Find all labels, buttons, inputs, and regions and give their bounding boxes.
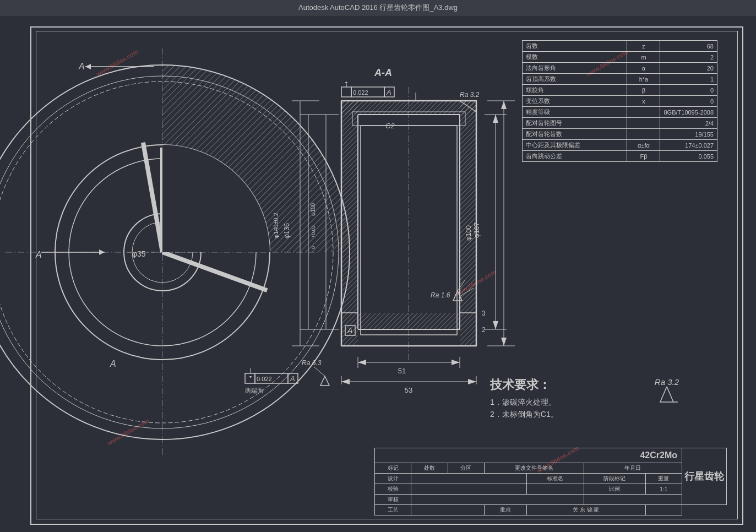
- gear-value: 0.055: [660, 151, 717, 162]
- row-check-empty: [411, 484, 527, 495]
- svg-rect-42: [341, 329, 476, 346]
- svg-text:φ35: φ35: [132, 249, 146, 258]
- svg-marker-20: [85, 64, 91, 69]
- svg-marker-59: [501, 101, 507, 109]
- svg-text:Ra 3.2: Ra 3.2: [460, 91, 480, 99]
- svg-rect-98: [245, 373, 255, 383]
- gear-param: 齿向跳动公差: [523, 151, 627, 162]
- svg-marker-86: [468, 379, 476, 384]
- svg-marker-118: [660, 387, 673, 402]
- gear-param: 齿顶高系数: [523, 74, 627, 85]
- row-process-label: 工艺: [375, 505, 411, 515]
- svg-text:A: A: [290, 374, 295, 383]
- weight-label: 重量: [645, 474, 682, 484]
- material-cell: 42Cr2Mo: [375, 448, 682, 463]
- gear-symbol: α: [627, 63, 660, 74]
- gear-table-row: 配对齿轮图号 2/4: [523, 118, 717, 129]
- gear-param: 精度等级: [523, 107, 627, 118]
- approve-label: 批准: [484, 505, 526, 515]
- row-design-label: 设计: [375, 474, 411, 484]
- gear-value: 0: [660, 85, 717, 96]
- svg-text:A: A: [110, 359, 116, 368]
- svg-text:A: A: [347, 326, 352, 335]
- header-change: 更改文件号签名: [484, 463, 584, 474]
- gear-value: 1: [660, 74, 717, 85]
- svg-text:2: 2: [482, 326, 486, 334]
- technical-requirements: 技术要求： 1．渗碳淬火处理。 2．未标倒角为C1。: [490, 377, 558, 422]
- tech-req-item-2: 2．未标倒角为C1。: [490, 410, 558, 420]
- svg-text:A-A: A-A: [374, 67, 392, 78]
- row-process-empty2: [645, 505, 682, 515]
- drawing-area: www.56doe.com www.56doe.com www.56doe.co…: [0, 15, 756, 532]
- svg-text:C2: C2: [385, 122, 395, 130]
- svg-text:53: 53: [405, 386, 412, 394]
- row-review-label: 审核: [375, 495, 411, 505]
- svg-rect-43: [341, 101, 358, 346]
- gear-param: 变位系数: [523, 96, 627, 107]
- svg-rect-45: [341, 101, 476, 115]
- svg-text:φ107: φ107: [473, 222, 481, 238]
- gear-value: 2/4: [660, 118, 717, 129]
- gear-table-row: 模数 m 2: [523, 52, 717, 63]
- gear-table-row: 螺旋角 β 0: [523, 85, 717, 96]
- gear-param: 法向齿形角: [523, 63, 627, 74]
- svg-text:Ra 1.6: Ra 1.6: [431, 291, 450, 299]
- svg-text:φ100: φ100: [465, 225, 472, 241]
- gear-table-row: 齿数 z 68: [523, 41, 717, 52]
- svg-marker-54: [493, 321, 498, 329]
- gear-symbol: β: [627, 85, 660, 96]
- gear-param: 齿数: [523, 41, 627, 52]
- gear-symbol: m: [627, 52, 660, 63]
- gear-param: 配对齿轮图号: [523, 118, 627, 129]
- row-check-label: 校验: [375, 484, 411, 495]
- gear-symbol: x: [627, 96, 660, 107]
- svg-text:3: 3: [482, 310, 486, 317]
- gear-parameter-table: 齿数 z 68 模数 m 2 法向齿形角 α 20 齿顶高系数 h*a 1 螺旋…: [522, 40, 717, 162]
- scale-value: 1:1: [645, 484, 682, 495]
- part-name-cell: 行星齿轮: [682, 448, 727, 505]
- header-mark: 标记: [375, 463, 411, 474]
- row-review-empty: [411, 495, 584, 505]
- ra-value: Ra 3.2: [655, 377, 679, 387]
- scale-label: 比例: [584, 484, 645, 495]
- gear-table-row: 齿顶高系数 h*a 1: [523, 74, 717, 85]
- gear-symbol: h*a: [627, 74, 660, 85]
- gear-table-row: 变位系数 x 0: [523, 96, 717, 107]
- gear-symbol: [627, 129, 660, 140]
- gear-table-row: 配对齿轮齿数 19/155: [523, 129, 717, 140]
- header-date: 年月日: [584, 463, 682, 474]
- row-process-empty: [411, 505, 485, 515]
- svg-rect-25: [361, 126, 457, 335]
- gear-value: 20: [660, 63, 717, 74]
- svg-text:A: A: [35, 250, 42, 259]
- svg-text:φ140±0.2: φ140±0.2: [273, 213, 279, 238]
- svg-text:Ra 6.3: Ra 6.3: [302, 359, 322, 367]
- svg-text:51: 51: [398, 367, 406, 375]
- row-review-empty2: [584, 495, 682, 505]
- gear-value: 174±0.027: [660, 140, 717, 151]
- gear-table-row: 齿向跳动公差 Fβ 0.055: [523, 151, 717, 162]
- gear-param: 中心距及其极限偏差: [523, 140, 627, 151]
- header-zone: 分区: [448, 463, 484, 474]
- title-block: 42Cr2Mo 行星齿轮 标记 处数 分区 更改文件号签名 年月日 设计 标准名…: [374, 448, 727, 515]
- svg-marker-79: [358, 360, 366, 365]
- svg-marker-16: [99, 249, 105, 255]
- svg-text:0.022: 0.022: [257, 376, 272, 382]
- gear-value: 8GB/T10095-2008: [660, 107, 717, 118]
- gear-symbol: α±fα: [627, 140, 660, 151]
- gear-symbol: Fβ: [627, 151, 660, 162]
- ra-symbol-main: Ra 3.2: [655, 377, 679, 405]
- svg-text:0.022: 0.022: [353, 89, 368, 96]
- row-check-empty2: [526, 484, 584, 495]
- title-text: Autodesk AutoCAD 2016 行星齿轮零件图_A3.dwg: [298, 3, 458, 13]
- title-bar: Autodesk AutoCAD 2016 行星齿轮零件图_A3.dwg: [0, 0, 756, 15]
- svg-line-96: [314, 367, 325, 376]
- svg-text:A: A: [78, 62, 85, 71]
- gear-param: 配对齿轮齿数: [523, 129, 627, 140]
- gear-symbol: [627, 107, 660, 118]
- gear-table-row: 中心距及其极限偏差 α±fα 174±0.027: [523, 140, 717, 151]
- svg-rect-23: [341, 101, 476, 346]
- svg-text:φ100: φ100: [310, 203, 316, 216]
- svg-marker-53: [493, 115, 498, 123]
- gear-value: 19/155: [660, 129, 717, 140]
